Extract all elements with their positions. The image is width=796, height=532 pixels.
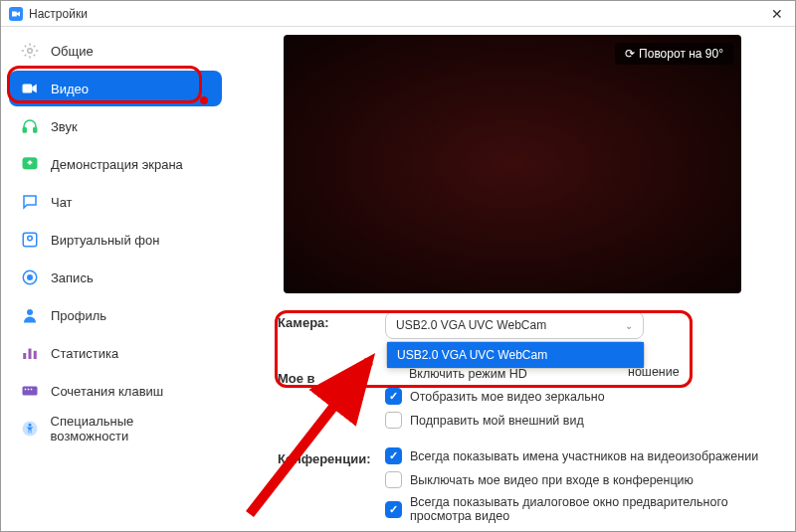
sidebar-item-share[interactable]: Демонстрация экрана <box>9 146 222 182</box>
sidebar-item-label: Сочетания клавиш <box>51 384 163 399</box>
svg-rect-11 <box>29 349 32 360</box>
svg-rect-13 <box>23 387 38 396</box>
sidebar-item-shortcuts[interactable]: Сочетания клавиш <box>9 373 222 409</box>
profile-icon <box>19 304 41 326</box>
sidebar-item-label: Запись <box>51 270 94 285</box>
svg-point-6 <box>28 236 33 241</box>
camera-option[interactable]: USB2.0 VGA UVC WebCam <box>387 342 644 368</box>
app-icon <box>9 7 23 21</box>
sidebar-item-audio[interactable]: Звук <box>9 108 222 144</box>
chat-icon <box>19 191 41 213</box>
sidebar-item-label: Демонстрация экрана <box>51 157 183 172</box>
camera-select[interactable]: USB2.0 VGA UVC WebCam ⌄ USB2.0 VGA UVC W… <box>385 311 644 339</box>
rotate-button[interactable]: ⟳ Поворот на 90° <box>615 43 733 65</box>
sidebar-item-label: Профиль <box>51 308 106 323</box>
keyboard-icon <box>19 380 41 402</box>
checkbox-icon <box>385 412 402 429</box>
sidebar-item-label: Чат <box>51 195 73 210</box>
svg-point-9 <box>27 309 33 315</box>
checkbox-mirror[interactable]: Отобразить мое видео зеркально <box>385 388 777 405</box>
svg-point-18 <box>28 424 31 427</box>
meetings-label: Конференции: <box>278 447 385 466</box>
sidebar-item-accessibility[interactable]: Специальные возможности <box>9 411 222 446</box>
sidebar-item-label: Общие <box>51 44 94 59</box>
rotate-icon: ⟳ <box>625 47 635 61</box>
headphones-icon <box>19 115 41 137</box>
camera-dropdown: USB2.0 VGA UVC WebCam <box>386 341 645 369</box>
sidebar-item-background[interactable]: Виртуальный фон <box>9 222 222 258</box>
camera-label: Камера: <box>278 311 385 330</box>
my-video-row: Мое в Включить режим HD Отобразить мое в… <box>278 367 777 436</box>
share-screen-icon <box>19 153 41 175</box>
checkbox-mute-join[interactable]: Выключать мое видео при входе в конферен… <box>385 471 777 488</box>
gear-icon <box>19 40 41 62</box>
svg-rect-2 <box>23 128 26 133</box>
svg-rect-12 <box>34 351 37 359</box>
rotate-label: Поворот на 90° <box>639 47 723 61</box>
sidebar-item-label: Звук <box>51 119 78 134</box>
video-preview: ⟳ Поворот на 90° <box>284 35 741 293</box>
chevron-down-icon: ⌄ <box>625 320 633 331</box>
camera-row: Камера: USB2.0 VGA UVC WebCam ⌄ USB2.0 V… <box>278 311 777 339</box>
checkbox-show-dialog[interactable]: Всегда показывать диалоговое окно предва… <box>385 495 777 523</box>
window-title: Настройки <box>29 7 88 21</box>
sidebar-item-label: Статистика <box>51 346 118 361</box>
svg-rect-3 <box>34 128 37 133</box>
sidebar-item-stats[interactable]: Статистика <box>9 335 222 371</box>
stats-icon <box>19 342 41 364</box>
sidebar-item-video[interactable]: Видео <box>9 71 222 106</box>
content: ⟳ Поворот на 90° Камера: USB2.0 VGA UVC … <box>230 27 795 531</box>
close-button[interactable]: ✕ <box>767 6 787 22</box>
sidebar: Общие Видео Звук Демонстрация экрана Чат… <box>1 27 230 531</box>
meetings-row: Конференции: Всегда показывать имена уча… <box>278 447 777 530</box>
main: Общие Видео Звук Демонстрация экрана Чат… <box>1 27 795 531</box>
checkbox-touchup[interactable]: Подправить мой внешний вид <box>385 412 777 429</box>
titlebar: Настройки ✕ <box>1 1 795 27</box>
sidebar-item-label: Виртуальный фон <box>51 233 159 248</box>
checkbox-icon <box>385 471 402 488</box>
sidebar-item-profile[interactable]: Профиль <box>9 297 222 333</box>
accessibility-icon <box>19 418 41 440</box>
record-icon <box>19 266 41 288</box>
checkbox-icon <box>385 388 402 405</box>
settings-panel: Камера: USB2.0 VGA UVC WebCam ⌄ USB2.0 V… <box>248 311 777 530</box>
sidebar-item-chat[interactable]: Чат <box>9 184 222 220</box>
svg-rect-14 <box>25 389 27 391</box>
svg-rect-15 <box>28 389 30 391</box>
sidebar-item-label: Специальные возможности <box>51 414 212 443</box>
checkbox-icon <box>385 447 402 464</box>
svg-rect-16 <box>31 389 33 391</box>
camera-selected-value: USB2.0 VGA UVC WebCam <box>396 318 546 332</box>
background-icon <box>19 229 41 251</box>
svg-point-8 <box>27 274 33 280</box>
svg-rect-10 <box>23 353 26 359</box>
sidebar-item-recording[interactable]: Запись <box>9 260 222 295</box>
sidebar-item-general[interactable]: Общие <box>9 33 222 69</box>
checkbox-icon <box>385 501 402 518</box>
svg-rect-1 <box>23 85 33 93</box>
checkbox-show-names[interactable]: Всегда показывать имена участников на ви… <box>385 447 777 464</box>
checkbox-hd[interactable]: Включить режим HD <box>409 367 777 381</box>
svg-point-0 <box>28 49 33 54</box>
video-icon <box>19 78 41 99</box>
aspect-ratio-tail: ношение <box>628 365 680 379</box>
my-video-label: Мое в <box>278 367 385 386</box>
sidebar-item-label: Видео <box>51 82 89 96</box>
